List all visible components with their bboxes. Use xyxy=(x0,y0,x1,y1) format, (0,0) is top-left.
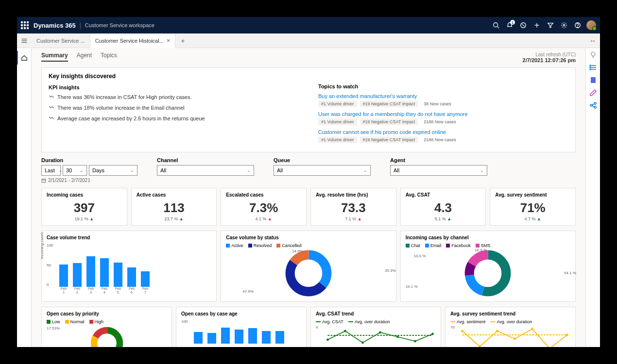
close-icon[interactable]: × xyxy=(167,37,171,44)
filters-row: Duration Last⌄ 30⌄ Days⌄ Channel All⌄ Qu… xyxy=(41,157,576,176)
settings-icon[interactable] xyxy=(557,18,571,32)
svg-point-29 xyxy=(414,340,416,343)
edit-icon[interactable] xyxy=(589,89,597,97)
svg-point-49 xyxy=(594,102,596,104)
duration-last-select[interactable]: Last⌄ xyxy=(41,165,61,176)
insights-card: Key insights discovered KPI insights The… xyxy=(41,67,576,152)
svg-point-34 xyxy=(514,338,516,340)
top-nav: Dynamics 365 | Customer Service workspac… xyxy=(17,17,600,33)
channel-label: Channel xyxy=(157,157,254,163)
kpi-card: Avg. survey sentiment71%4.7 % ▲ xyxy=(490,188,576,226)
chart-csat-trend: Avg. CSAT trend Avg. CSATAvg. over durat… xyxy=(310,307,441,347)
svg-line-52 xyxy=(592,106,594,107)
kpi-card: Active cases11323.7 % ▲ xyxy=(131,188,217,226)
date-range: 2/1/2021 - 2/7/2021 xyxy=(41,178,576,183)
svg-point-31 xyxy=(461,330,463,332)
notifications-icon[interactable]: 1 xyxy=(503,18,516,32)
app-launcher-icon[interactable] xyxy=(21,21,29,29)
kpi-insight-line: There was 36% increase in CSAT for High … xyxy=(49,94,299,100)
channel-select[interactable]: All⌄ xyxy=(157,165,254,176)
agent-label: Agent xyxy=(390,157,487,163)
svg-line-51 xyxy=(592,104,594,105)
svg-point-16 xyxy=(290,255,327,292)
tab-customer-service[interactable]: Customer Service ... xyxy=(32,33,90,48)
chart-volume-status: Case volume by status ActiveResolvedCanc… xyxy=(221,231,396,302)
svg-point-38 xyxy=(591,52,595,56)
lightbulb-icon[interactable] xyxy=(589,51,597,59)
help-icon[interactable] xyxy=(571,18,584,32)
topics-watch-title: Topics to watch xyxy=(318,83,568,89)
svg-point-8 xyxy=(578,27,578,27)
home-icon[interactable] xyxy=(17,51,31,65)
assistant-icon[interactable] xyxy=(516,18,530,32)
filter-icon[interactable] xyxy=(544,18,557,32)
topic-link[interactable]: User was charged for a membership they d… xyxy=(318,111,568,117)
book-icon[interactable] xyxy=(589,76,597,84)
svg-point-35 xyxy=(531,328,533,331)
svg-line-1 xyxy=(497,27,499,29)
svg-point-50 xyxy=(594,106,596,108)
svg-point-30 xyxy=(431,333,434,335)
search-icon[interactable] xyxy=(489,18,503,32)
svg-point-20 xyxy=(469,255,506,292)
tab-summary[interactable]: Summary xyxy=(41,52,68,62)
session-tabstrip: Customer Service ... Customer Service Hi… xyxy=(17,33,600,48)
kpi-card: Escalated cases7.3%4.1 % ▲ xyxy=(221,188,307,226)
svg-point-48 xyxy=(590,104,592,106)
topic-link[interactable]: Buy an extended manufacturer's warranty xyxy=(318,93,568,99)
insights-title: Key insights discovered xyxy=(49,73,299,80)
chart-sentiment-trend: Avg. survey sentiment trend Avg. sentime… xyxy=(445,307,576,347)
kpi-insight-line: Average case age increased by 2.6 hours … xyxy=(49,116,299,121)
brand: Dynamics 365 xyxy=(34,22,76,29)
svg-point-26 xyxy=(361,342,364,344)
queue-label: Queue xyxy=(274,157,371,163)
svg-point-37 xyxy=(566,334,568,336)
tab-historical-analytics[interactable]: Customer Service Histoical...× xyxy=(90,33,176,48)
list-icon[interactable] xyxy=(589,64,597,71)
svg-point-24 xyxy=(326,339,329,341)
chart-by-age: Open cases by case age 100 xyxy=(176,307,307,347)
kpi-card: Avg. CSAT4.35.1 % ▲ xyxy=(400,188,486,226)
svg-rect-47 xyxy=(591,77,596,83)
queue-select[interactable]: All⌄ xyxy=(274,165,371,176)
chart-volume-trend: Case volume trend Incoming cases 100500 … xyxy=(41,231,217,302)
right-rail xyxy=(585,48,600,347)
duration-unit-select[interactable]: Days⌄ xyxy=(89,165,137,176)
menu-icon[interactable] xyxy=(17,33,32,48)
chart-by-priority: Open cases by priority LowNormalHigh 17.… xyxy=(41,307,172,347)
share-icon[interactable] xyxy=(589,101,597,109)
new-tab-button[interactable]: + xyxy=(175,33,190,48)
report-page-tabs: Summary Agent Topics xyxy=(41,52,576,62)
svg-point-25 xyxy=(344,330,346,332)
duration-label: Duration xyxy=(41,157,137,163)
workspace-name: Customer Service workspace xyxy=(85,22,154,28)
svg-line-3 xyxy=(522,24,524,26)
duration-number-select[interactable]: 30⌄ xyxy=(63,165,87,176)
kpi-insight-line: There was 18% volume increase in the Ema… xyxy=(49,105,299,111)
add-icon[interactable] xyxy=(530,18,544,32)
topic-link[interactable]: Customer cannot see if his promo code ex… xyxy=(318,129,568,135)
svg-rect-12 xyxy=(42,179,46,182)
left-rail xyxy=(17,48,32,347)
kpi-cards-row: Incoming cases39719.1 % ▲Active cases113… xyxy=(41,188,576,226)
user-avatar[interactable] xyxy=(586,20,596,30)
chart-by-channel: Incoming cases by channel ChatEmailFaceb… xyxy=(400,231,576,302)
svg-point-27 xyxy=(379,331,381,334)
report-content: Summary Agent Topics Last refresh (UTC) … xyxy=(32,48,585,347)
agent-select[interactable]: All⌄ xyxy=(390,165,487,176)
kpi-card: Incoming cases39719.1 % ▲ xyxy=(41,188,127,226)
kpi-insights-title: KPI insights xyxy=(49,84,299,90)
svg-point-6 xyxy=(563,24,565,26)
collapse-pane-icon[interactable]: ↔ xyxy=(585,33,600,48)
svg-point-0 xyxy=(494,23,498,27)
svg-point-44 xyxy=(590,65,591,66)
svg-point-33 xyxy=(496,330,498,332)
tab-topics[interactable]: Topics xyxy=(101,52,117,62)
svg-point-28 xyxy=(396,336,399,338)
svg-point-46 xyxy=(590,69,591,70)
tab-agent[interactable]: Agent xyxy=(77,52,92,62)
kpi-card: Avg. resolve time (hrs)73.37.1 % ▲ xyxy=(310,188,396,226)
svg-point-45 xyxy=(590,67,591,68)
last-refresh: Last refresh (UTC) 2/7/2021 12:07:26 pm xyxy=(523,52,576,63)
